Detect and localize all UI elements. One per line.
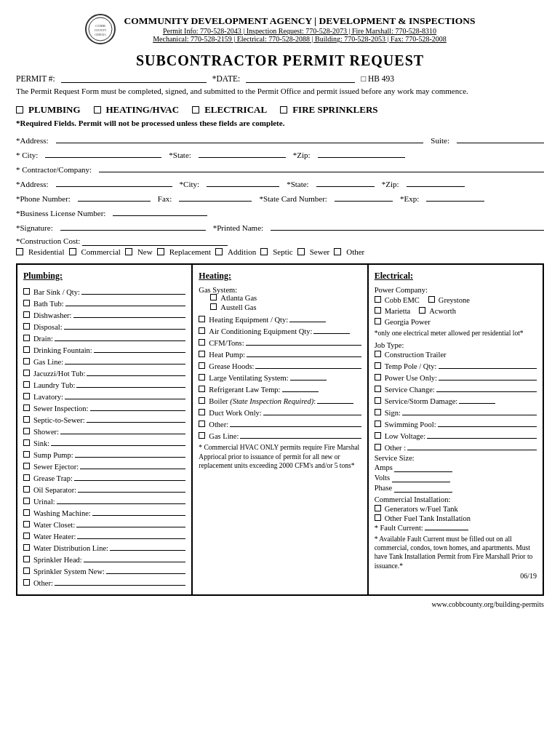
signature-label: *Signature: — [16, 223, 53, 232]
generators-option[interactable]: Generators w/Fuel Tank — [375, 505, 537, 513]
other-fuel-tank-option[interactable]: Other Fuel Tank Installation — [375, 514, 537, 522]
plumbing-water-closet[interactable]: Water Closet: — [23, 519, 185, 529]
refrigerant-law[interactable]: Refrigerant Law Temp: — [199, 383, 361, 394]
residential-option[interactable]: Residential — [16, 247, 65, 256]
construction-trailer-option[interactable]: Construction Trailer — [375, 351, 537, 359]
plumbing-sink[interactable]: Sink: — [23, 437, 185, 447]
plumbing-sewer-ejector[interactable]: Sewer Ejector: — [23, 461, 185, 471]
duct-work[interactable]: Duct Work Only: — [199, 407, 361, 417]
plumbing-bar-sink[interactable]: Bar Sink / Qty: — [23, 286, 185, 296]
phone-field[interactable] — [78, 191, 151, 202]
address-field[interactable] — [56, 133, 424, 143]
signature-field[interactable] — [60, 220, 206, 231]
plumbing-sprinkler-head[interactable]: Sprinkler Head: — [23, 554, 185, 564]
plumbing-grease-trap[interactable]: Grease Trap: — [23, 472, 185, 482]
page-title: SUBCONTRACTOR PERMIT REQUEST — [16, 52, 544, 69]
zip2-field[interactable] — [407, 177, 465, 187]
city-field[interactable] — [45, 148, 161, 158]
plumbing-oil-separator[interactable]: Oil Separator: — [23, 484, 185, 494]
fax-field[interactable] — [179, 191, 252, 202]
plumbing-sump-pump[interactable]: Sump Pump: — [23, 449, 185, 459]
plumbing-sprinkler-new[interactable]: Sprinkler System New: — [23, 565, 185, 575]
replacement-option[interactable]: Replacement — [157, 247, 211, 256]
plumbing-washing-machine[interactable]: Washing Machine: — [23, 507, 185, 517]
electrical-label: ELECTRICAL — [204, 104, 267, 116]
state-field[interactable] — [199, 148, 286, 158]
plumbing-disposal[interactable]: Disposal: — [23, 321, 185, 331]
heating-other[interactable]: Other: — [199, 418, 361, 429]
marietta-option[interactable]: Marietta — [375, 307, 411, 315]
grease-hoods[interactable]: Grease Hoods: — [199, 360, 361, 370]
heating-checkbox[interactable]: HEATING/HVAC — [94, 104, 180, 116]
plumbing-shower[interactable]: Shower: — [23, 426, 185, 436]
heating-gas-line[interactable]: Gas Line: — [199, 430, 361, 440]
city-state-row: * City: *State: *Zip: — [16, 148, 544, 159]
plumbing-label: PLUMBING — [28, 104, 81, 116]
low-voltage-option[interactable]: Low Voltage: — [375, 430, 537, 440]
suite-field[interactable] — [457, 133, 544, 143]
plumbing-checkbox[interactable]: PLUMBING — [16, 104, 81, 116]
city2-field[interactable] — [207, 177, 279, 187]
boiler[interactable]: Boiler (State Inspection Required): — [199, 395, 361, 405]
plumbing-sewer-inspection[interactable]: Sewer Inspection: — [23, 402, 185, 413]
state2-field[interactable] — [316, 177, 375, 187]
commercial-cb — [69, 248, 76, 255]
heat-pump[interactable]: Heat Pump: — [199, 348, 361, 359]
plumbing-dishwasher[interactable]: Dishwasher: — [23, 309, 185, 319]
biz-license-field[interactable] — [113, 206, 207, 216]
plumbing-other[interactable]: Other: — [23, 577, 185, 587]
austell-gas-label: Austell Gas — [220, 303, 256, 311]
permit-label: PERMIT #: — [16, 74, 55, 83]
cobb-emc-option[interactable]: Cobb EMC — [375, 296, 420, 304]
cfm-tons[interactable]: CFM/Tons: — [199, 337, 361, 347]
plumbing-water-dist[interactable]: Water Distribution Line: — [23, 542, 185, 552]
plumbing-lavatory[interactable]: Lavatory: — [23, 391, 185, 401]
plumbing-heading: Plumbing: — [23, 271, 185, 282]
air-conditioning[interactable]: Air Conditioning Equipment Qty: — [199, 325, 361, 335]
contractor-field[interactable] — [99, 162, 544, 172]
electrical-checkbox[interactable]: ELECTRICAL — [192, 104, 267, 116]
addition-option[interactable]: Addition — [215, 247, 256, 256]
fire-cb-icon — [280, 106, 287, 113]
zip-field[interactable] — [318, 148, 405, 158]
construction-cost-field[interactable] — [82, 236, 228, 246]
heating-equipment[interactable]: Heating Equipment / Qty: — [199, 314, 361, 324]
power-use-only-option[interactable]: Power Use Only: — [375, 372, 537, 382]
commercial-option[interactable]: Commercial — [69, 247, 121, 256]
plumbing-septic-sewer[interactable]: Septic-to-Sewer: — [23, 414, 185, 424]
plumbing-gas-line[interactable]: Gas Line: — [23, 356, 185, 366]
city-label: * City: — [16, 151, 38, 159]
atlanta-gas-option[interactable]: Atlanta Gas — [210, 294, 361, 302]
zip-label: *Zip: — [293, 151, 311, 159]
exp-field[interactable] — [426, 191, 484, 202]
plumbing-laundry-tub[interactable]: Laundry Tub: — [23, 379, 185, 389]
greystone-option[interactable]: Greystone — [428, 296, 470, 304]
plumbing-drinking-fountain[interactable]: Drinking Fountain: — [23, 344, 185, 354]
plumbing-drain[interactable]: Drain: — [23, 332, 185, 343]
state-card-field[interactable] — [335, 191, 393, 202]
plumbing-bath-tub[interactable]: Bath Tub: — [23, 298, 185, 308]
heating-cb-icon — [94, 106, 101, 113]
swimming-pool-option[interactable]: Swimming Pool: — [375, 418, 537, 429]
plumbing-urinal[interactable]: Urinal: — [23, 495, 185, 506]
new-option[interactable]: New — [125, 247, 153, 256]
plumbing-jacuzzi[interactable]: Jacuzzi/Hot Tub: — [23, 367, 185, 378]
georgia-power-option[interactable]: Georgia Power — [375, 318, 537, 326]
address2-field[interactable] — [56, 177, 172, 187]
printed-name-field[interactable] — [271, 220, 544, 231]
three-column-section: Plumbing: Bar Sink / Qty: Bath Tub: Dish… — [16, 263, 544, 596]
septic-option[interactable]: Septic — [260, 247, 293, 256]
temp-pole-option[interactable]: Temp Pole / Qty: — [375, 360, 537, 370]
other-option[interactable]: Other — [334, 247, 364, 256]
service-change-option[interactable]: Service Change: — [375, 383, 537, 394]
service-storm-option[interactable]: Service/Storm Damage: — [375, 395, 537, 405]
fire-sprinklers-checkbox[interactable]: FIRE SPRINKLERS — [280, 104, 377, 116]
contact-line1: Permit Info: 770-528-2043 | Inspection R… — [124, 27, 475, 35]
large-ventilating[interactable]: Large Ventilating System: — [199, 372, 361, 382]
plumbing-water-heater[interactable]: Water Heater: — [23, 530, 185, 541]
austell-gas-option[interactable]: Austell Gas — [210, 303, 361, 311]
sewer-option[interactable]: Sewer — [297, 247, 330, 256]
acworth-option[interactable]: Acworth — [419, 307, 456, 315]
elec-other-option[interactable]: Other : — [375, 442, 537, 452]
sign-option[interactable]: Sign: — [375, 407, 537, 417]
